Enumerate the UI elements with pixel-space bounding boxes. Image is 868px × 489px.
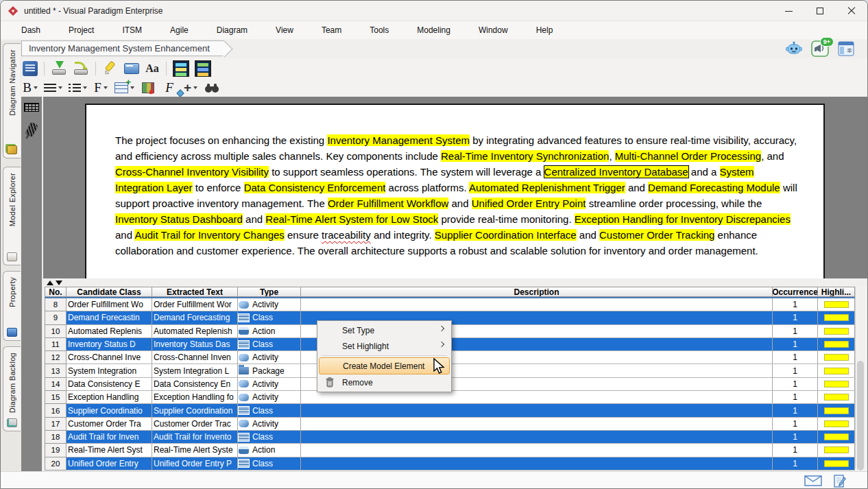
- announcements-icon[interactable]: 9+: [811, 40, 829, 57]
- description-cell[interactable]: [301, 404, 773, 417]
- insert-table-button[interactable]: [113, 79, 136, 96]
- highlight-cell[interactable]: [818, 431, 855, 444]
- bold-button[interactable]: B: [21, 79, 39, 96]
- scrollbar-thumb[interactable]: [857, 361, 864, 470]
- highlight-cell[interactable]: [818, 311, 855, 324]
- candidate-class-cell[interactable]: Audit Trail for Inven: [67, 431, 152, 444]
- type-cell[interactable]: Class: [238, 457, 301, 470]
- extracted-text-cell[interactable]: Customer Order Trac: [152, 418, 238, 431]
- highlighted-term[interactable]: Inventory Status Dashboard: [115, 213, 243, 225]
- import-button[interactable]: [49, 60, 69, 77]
- extracted-text-cell[interactable]: Cross-Channel Inven: [152, 351, 238, 364]
- candidate-class-cell[interactable]: Exception Handling: [67, 391, 152, 404]
- assistant-robot-icon[interactable]: [785, 40, 803, 57]
- type-cell[interactable]: Activity: [238, 391, 301, 404]
- highlight-cell[interactable]: [818, 378, 855, 391]
- format-painter-button[interactable]: F: [160, 79, 178, 96]
- highlighted-term[interactable]: Cross-Channel Inventory Visibility: [115, 166, 269, 178]
- highlight-cell[interactable]: [818, 457, 855, 470]
- collapse-up-icon[interactable]: [47, 281, 53, 285]
- breadcrumb[interactable]: Inventory Management System Enhancement: [21, 40, 224, 56]
- context-menu-item-create-model-element[interactable]: Create Model Element: [319, 357, 450, 374]
- find-button[interactable]: [203, 79, 221, 96]
- font-button[interactable]: F: [92, 79, 110, 96]
- description-cell[interactable]: [301, 444, 773, 457]
- description-cell[interactable]: [301, 298, 773, 311]
- candidate-class-cell[interactable]: Customer Order Tra: [67, 418, 152, 431]
- highlighted-term[interactable]: Real-Time Inventory Synchronization: [441, 150, 609, 162]
- menu-view[interactable]: View: [266, 23, 303, 38]
- highlight-cell[interactable]: [818, 338, 855, 351]
- align-button[interactable]: [43, 79, 64, 96]
- extracted-text-cell[interactable]: Supplier Coordination: [152, 404, 238, 417]
- table-row[interactable]: 17Customer Order TraCustomer Order TracA…: [45, 418, 855, 431]
- font-style-button[interactable]: Aa: [143, 60, 161, 77]
- candidate-class-cell[interactable]: Cross-Channel Inve: [67, 351, 152, 364]
- candidate-class-cell[interactable]: Demand Forecastin: [67, 311, 152, 324]
- menu-diagram[interactable]: Diagram: [207, 23, 257, 38]
- table-row[interactable]: 16Supplier CoordinatioSupplier Coordinat…: [45, 404, 855, 417]
- highlight-cell[interactable]: [818, 298, 855, 311]
- candidate-class-cell[interactable]: Automated Replenis: [67, 325, 152, 338]
- candidate-class-cell[interactable]: Unified Order Entry: [67, 457, 152, 470]
- panel-layout-icon[interactable]: [837, 40, 855, 57]
- highlight-cell[interactable]: [818, 444, 855, 457]
- highlighted-term[interactable]: Demand Forecasting Module: [648, 182, 780, 193]
- highlighter-button[interactable]: [101, 60, 120, 77]
- extracted-text-cell[interactable]: Audit Trail for Invento: [152, 431, 238, 444]
- highlighted-term[interactable]: Unified Order Entry Point: [472, 198, 586, 209]
- type-cell[interactable]: Class: [238, 404, 301, 417]
- highlighted-term[interactable]: Audit Trail for Inventory Changes: [134, 229, 284, 241]
- column-header-candidateclass[interactable]: Candidate Class: [67, 287, 152, 297]
- table-row[interactable]: 8Order Fulfillment WoOrder Fulfillment W…: [45, 298, 855, 311]
- add-element-button[interactable]: +: [182, 79, 200, 96]
- menu-dash[interactable]: Dash: [12, 23, 50, 38]
- candidate-class-cell[interactable]: Supplier Coordinatio: [67, 404, 152, 417]
- sidebar-tab-property[interactable]: Property: [3, 271, 21, 341]
- highlighted-term[interactable]: Order Fulfillment Workflow: [328, 198, 448, 209]
- candidate-class-cell[interactable]: Data Consistency E: [67, 378, 152, 391]
- diagram-view-button[interactable]: [171, 60, 191, 77]
- extracted-text-cell[interactable]: Data Consistency En: [152, 378, 238, 391]
- highlighted-term[interactable]: Supplier Coordination Interface: [435, 229, 577, 241]
- highlighter-brush-icon[interactable]: [25, 121, 38, 137]
- edit-note-icon[interactable]: [833, 475, 847, 488]
- column-header-no[interactable]: No.: [45, 287, 67, 297]
- type-cell[interactable]: Activity: [238, 351, 301, 364]
- list-button[interactable]: [67, 79, 88, 96]
- table-row[interactable]: 18Audit Trail for InvenAudit Trail for I…: [45, 431, 855, 444]
- menu-help[interactable]: Help: [527, 23, 563, 38]
- type-cell[interactable]: Class: [238, 338, 301, 351]
- extracted-text-cell[interactable]: Order Fulfillment Wor: [152, 298, 238, 311]
- sidebar-tab-diagram-backlog[interactable]: Diagram Backlog: [3, 346, 21, 431]
- highlight-cell[interactable]: [818, 391, 855, 404]
- description-cell[interactable]: [301, 418, 773, 431]
- extracted-text-cell[interactable]: Automated Replenish: [152, 325, 238, 338]
- type-cell[interactable]: Class: [238, 431, 301, 444]
- description-cell[interactable]: [301, 391, 773, 404]
- extracted-text-cell[interactable]: Exception Handling fo: [152, 391, 238, 404]
- new-window-button[interactable]: [123, 60, 141, 77]
- menu-window[interactable]: Window: [469, 23, 518, 38]
- text-analysis-document[interactable]: The project focuses on enhancing the exi…: [85, 104, 825, 278]
- type-cell[interactable]: Activity: [238, 378, 301, 391]
- menu-itsm[interactable]: ITSM: [112, 23, 152, 38]
- candidate-class-cell[interactable]: Order Fulfillment Wo: [67, 298, 152, 311]
- type-cell[interactable]: Activity: [238, 298, 301, 311]
- maximize-button[interactable]: [804, 1, 836, 21]
- highlighted-term[interactable]: Exception Handling for Inventory Discrep…: [575, 213, 791, 225]
- highlighted-term[interactable]: Customer Order Tracking: [599, 229, 714, 241]
- highlight-cell[interactable]: [818, 418, 855, 431]
- description-cell[interactable]: [301, 457, 773, 470]
- message-envelope-icon[interactable]: [804, 475, 822, 487]
- highlight-cell[interactable]: [818, 364, 855, 377]
- layout-view-button[interactable]: [193, 60, 213, 77]
- description-cell[interactable]: [301, 431, 773, 444]
- table-row[interactable]: 19Real-Time Alert SystReal-Time Alert Sy…: [45, 444, 855, 457]
- context-menu-item-remove[interactable]: Remove: [319, 374, 450, 390]
- export-button[interactable]: [71, 60, 91, 77]
- highlight-cell[interactable]: [818, 404, 855, 417]
- column-header-type[interactable]: Type: [238, 287, 301, 297]
- type-cell[interactable]: Activity: [238, 418, 301, 431]
- menu-tools[interactable]: Tools: [360, 23, 398, 38]
